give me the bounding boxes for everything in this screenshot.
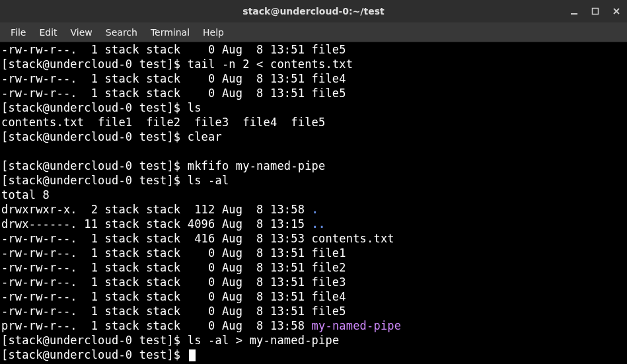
window-title: stack@undercloud-0:~/test — [0, 6, 627, 17]
terminal-line: [stack@undercloud-0 test]$ ls — [1, 100, 626, 115]
shell-command: ls — [188, 101, 202, 114]
terminal-line: [stack@undercloud-0 test]$ mkfifo my-nam… — [1, 159, 626, 173]
cursor — [189, 349, 196, 361]
maximize-icon — [591, 7, 599, 15]
terminal-line: drwx------. 11 stack stack 4096 Aug 8 13… — [1, 217, 626, 231]
terminal-line — [1, 144, 626, 159]
terminal-line: -rw-rw-r--. 1 stack stack 0 Aug 8 13:51 … — [1, 42, 626, 57]
shell-prompt: [stack@undercloud-0 test]$ — [1, 57, 188, 71]
shell-command: mkfifo my-named-pipe — [188, 159, 326, 172]
close-button[interactable] — [610, 5, 623, 18]
terminal-line: [stack@undercloud-0 test]$ clear — [1, 129, 626, 144]
menu-help[interactable]: Help — [196, 24, 231, 40]
shell-prompt: [stack@undercloud-0 test]$ — [1, 101, 188, 114]
terminal-line: [stack@undercloud-0 test]$ tail -n 2 < c… — [1, 57, 626, 71]
ls-entry-meta: prw-rw-r--. 1 stack stack 0 Aug 8 13:58 — [1, 319, 312, 332]
close-icon — [612, 7, 620, 15]
shell-command: clear — [188, 130, 222, 143]
shell-prompt: [stack@undercloud-0 test]$ — [1, 334, 188, 347]
ls-entry-name: .. — [312, 217, 326, 231]
minimize-button[interactable] — [568, 5, 581, 18]
terminal-line: -rw-rw-r--. 1 stack stack 0 Aug 8 13:51 … — [1, 260, 626, 275]
shell-command: tail -n 2 < contents.txt — [188, 57, 353, 71]
terminal-line: -rw-rw-r--. 1 stack stack 0 Aug 8 13:51 … — [1, 246, 626, 260]
terminal-line: drwxrwxr-x. 2 stack stack 112 Aug 8 13:5… — [1, 202, 626, 217]
menubar: File Edit View Search Terminal Help — [0, 22, 627, 42]
shell-command: ls -al — [188, 174, 229, 187]
menu-view[interactable]: View — [64, 24, 99, 40]
shell-prompt: [stack@undercloud-0 test]$ — [1, 174, 188, 187]
terminal-line: -rw-rw-r--. 1 stack stack 0 Aug 8 13:51 … — [1, 86, 626, 100]
terminal-line: [stack@undercloud-0 test]$ — [1, 347, 626, 362]
maximize-button[interactable] — [589, 5, 602, 18]
svg-rect-1 — [593, 9, 599, 15]
terminal-output[interactable]: -rw-rw-r--. 1 stack stack 0 Aug 8 13:51 … — [0, 42, 627, 362]
terminal-line: -rw-rw-r--. 1 stack stack 0 Aug 8 13:51 … — [1, 304, 626, 318]
terminal-line: prw-rw-r--. 1 stack stack 0 Aug 8 13:58 … — [1, 318, 626, 333]
window-titlebar: stack@undercloud-0:~/test — [0, 0, 627, 22]
menu-file[interactable]: File — [4, 24, 32, 40]
terminal-line: [stack@undercloud-0 test]$ ls -al — [1, 173, 626, 188]
menu-search[interactable]: Search — [99, 24, 144, 40]
terminal-line: [stack@undercloud-0 test]$ ls -al > my-n… — [1, 333, 626, 347]
ls-entry-name: my-named-pipe — [312, 319, 402, 332]
shell-prompt: [stack@undercloud-0 test]$ — [1, 130, 188, 143]
svg-rect-0 — [571, 13, 577, 15]
minimize-icon — [570, 7, 578, 15]
shell-prompt: [stack@undercloud-0 test]$ — [1, 348, 188, 361]
ls-entry-name: . — [312, 203, 318, 216]
terminal-line: contents.txt file1 file2 file3 file4 fil… — [1, 115, 626, 129]
terminal-line: -rw-rw-r--. 1 stack stack 0 Aug 8 13:51 … — [1, 275, 626, 289]
ls-entry-meta: drwx------. 11 stack stack 4096 Aug 8 13… — [1, 217, 312, 231]
terminal-line: total 8 — [1, 188, 626, 202]
window-controls — [568, 5, 623, 18]
shell-prompt: [stack@undercloud-0 test]$ — [1, 159, 188, 172]
terminal-line: -rw-rw-r--. 1 stack stack 0 Aug 8 13:51 … — [1, 289, 626, 304]
shell-command: ls -al > my-named-pipe — [188, 334, 340, 347]
terminal-line: -rw-rw-r--. 1 stack stack 416 Aug 8 13:5… — [1, 231, 626, 246]
menu-edit[interactable]: Edit — [32, 24, 63, 40]
terminal-line: -rw-rw-r--. 1 stack stack 0 Aug 8 13:51 … — [1, 71, 626, 86]
ls-entry-meta: drwxrwxr-x. 2 stack stack 112 Aug 8 13:5… — [1, 203, 312, 216]
menu-terminal[interactable]: Terminal — [144, 24, 196, 40]
